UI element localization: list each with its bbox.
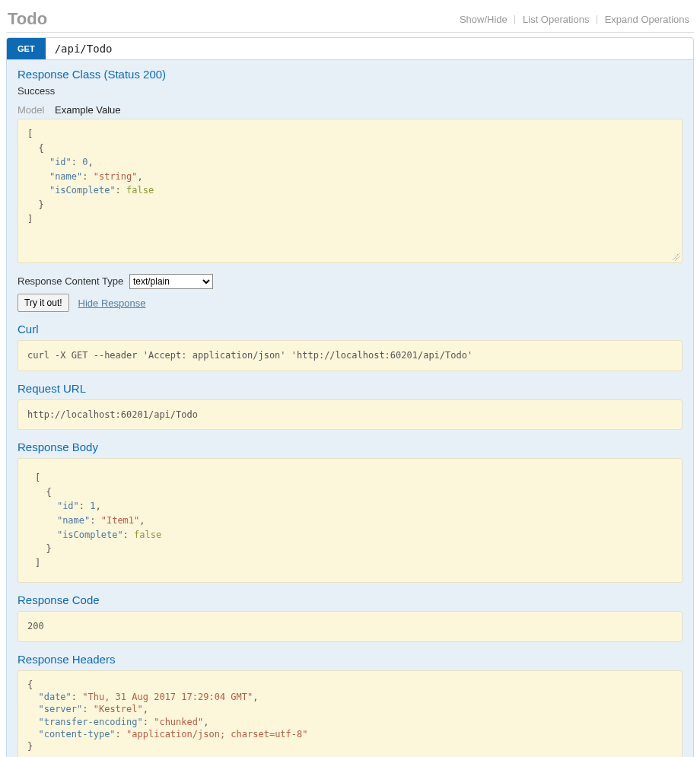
operation-content: Response Class (Status 200) Success Mode… bbox=[7, 60, 693, 757]
response-content-type-row: Response Content Type text/plain bbox=[18, 274, 682, 289]
curl-heading: Curl bbox=[18, 323, 682, 336]
tab-model[interactable]: Model bbox=[18, 104, 44, 116]
tab-example-value[interactable]: Example Value bbox=[55, 104, 120, 116]
resource-header: Todo Show/Hide List Operations Expand Op… bbox=[6, 6, 694, 33]
separator bbox=[597, 15, 597, 24]
separator bbox=[514, 15, 515, 24]
http-method-badge: GET bbox=[7, 38, 46, 59]
example-value-box[interactable]: [ { "id": 0, "name": "string", "isComple… bbox=[18, 119, 682, 263]
response-class-status: Success bbox=[18, 85, 682, 97]
hide-response-link[interactable]: Hide Response bbox=[78, 297, 146, 309]
response-body-heading: Response Body bbox=[18, 441, 682, 453]
show-hide-link[interactable]: Show/Hide bbox=[455, 14, 512, 25]
schema-tabs: Model Example Value bbox=[18, 104, 682, 116]
expand-operations-link[interactable]: Expand Operations bbox=[600, 14, 694, 25]
resize-handle-icon[interactable] bbox=[673, 253, 680, 261]
request-url-box: http://localhost:60201/api/Todo bbox=[18, 399, 682, 431]
list-operations-link[interactable]: List Operations bbox=[518, 14, 593, 25]
operation-block: GET /api/Todo Response Class (Status 200… bbox=[6, 37, 694, 757]
curl-box: curl -X GET --header 'Accept: applicatio… bbox=[18, 340, 682, 371]
response-code-heading: Response Code bbox=[18, 593, 682, 606]
try-row: Try it out! Hide Response bbox=[18, 294, 682, 312]
request-url-heading: Request URL bbox=[18, 382, 682, 395]
response-class-heading: Response Class (Status 200) bbox=[18, 68, 682, 81]
operation-heading[interactable]: GET /api/Todo bbox=[7, 38, 693, 60]
try-it-out-button[interactable]: Try it out! bbox=[18, 294, 69, 312]
response-headers-heading: Response Headers bbox=[18, 653, 682, 666]
response-headers-box: { "date": "Thu, 31 Aug 2017 17:29:04 GMT… bbox=[18, 670, 682, 757]
operation-path: /api/Todo bbox=[46, 38, 122, 59]
response-content-type-select[interactable]: text/plain bbox=[129, 274, 213, 289]
response-body-box: [ { "id": 1, "name": "Item1", "isComplet… bbox=[18, 458, 682, 583]
response-code-box: 200 bbox=[18, 611, 682, 642]
resource-operations: Show/Hide List Operations Expand Operati… bbox=[455, 14, 694, 25]
response-content-type-label: Response Content Type bbox=[18, 275, 123, 287]
resource-title[interactable]: Todo bbox=[6, 9, 455, 29]
